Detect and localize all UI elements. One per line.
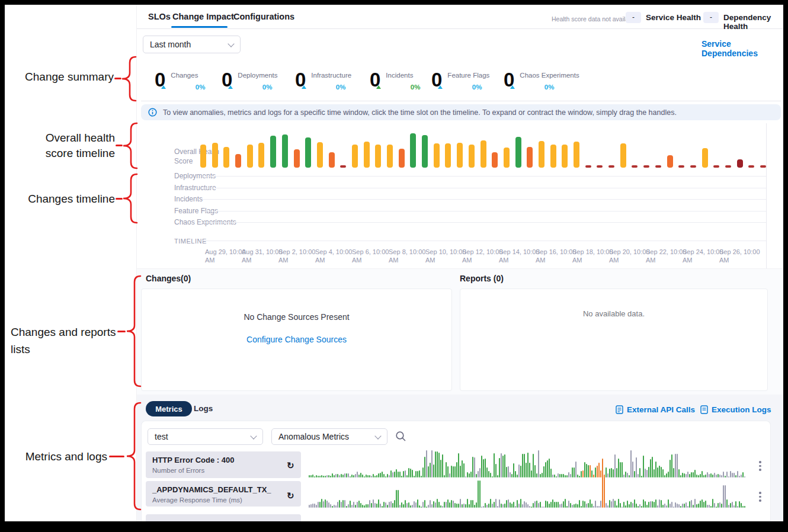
health-score-bar[interactable] bbox=[597, 165, 603, 168]
summary-label: Deployments bbox=[238, 72, 277, 79]
time-range-select[interactable]: Last month bbox=[143, 36, 241, 53]
metric-sparkline bbox=[309, 480, 747, 508]
annotation-metrics-logs: Metrics and logs bbox=[21, 449, 107, 464]
execution-logs-link[interactable]: Execution Logs bbox=[700, 405, 771, 414]
health-score-bar[interactable] bbox=[737, 159, 743, 168]
metric-service-select[interactable]: test bbox=[148, 428, 263, 445]
health-score-bar[interactable] bbox=[212, 143, 218, 168]
summary-label: Feature Flags bbox=[447, 72, 489, 79]
dependency-health-label: Dependency Health bbox=[723, 13, 783, 31]
health-score-bar[interactable] bbox=[340, 165, 346, 168]
health-score-bar[interactable] bbox=[317, 142, 323, 168]
health-score-bar[interactable] bbox=[294, 149, 300, 168]
health-score-bar[interactable] bbox=[469, 145, 475, 168]
health-score-bar[interactable] bbox=[445, 143, 451, 168]
tab-change-impact[interactable]: Change Impact bbox=[172, 12, 234, 21]
health-score-bar[interactable] bbox=[235, 154, 241, 168]
health-score-bar[interactable] bbox=[585, 165, 591, 168]
summary-stat: 0 Chaos Experiments 0% bbox=[504, 69, 579, 91]
summary-delta: 0% bbox=[196, 84, 206, 91]
external-api-calls-link[interactable]: External API Calls bbox=[616, 405, 695, 414]
summary-label: Chaos Experiments bbox=[520, 72, 579, 79]
health-score-bar[interactable] bbox=[457, 143, 463, 168]
timeline-row-line bbox=[202, 176, 766, 177]
kebab-menu-icon[interactable] bbox=[758, 460, 763, 472]
health-score-bar[interactable] bbox=[725, 165, 731, 168]
tab-slos[interactable]: SLOs bbox=[148, 12, 171, 21]
service-health-badge: - bbox=[626, 12, 641, 23]
configure-change-sources-link[interactable]: Configure Change Sources bbox=[142, 335, 451, 344]
health-score-bar[interactable] bbox=[481, 140, 486, 168]
health-score-bar[interactable] bbox=[387, 145, 393, 168]
timeline-label: TIMELINE bbox=[174, 236, 207, 246]
timeline-tick: Sep 26, 10:00AM bbox=[719, 248, 756, 264]
refresh-icon[interactable]: ↻ bbox=[287, 491, 294, 501]
timeline-tick: Aug 29, 10:00AM bbox=[205, 248, 242, 264]
tab-metrics[interactable]: Metrics bbox=[146, 401, 192, 416]
health-score-bar[interactable] bbox=[655, 165, 661, 168]
health-score-bar[interactable] bbox=[504, 148, 510, 168]
health-score-bar[interactable] bbox=[539, 141, 544, 168]
tab-configurations[interactable]: Configurations bbox=[233, 12, 294, 21]
page-header: SLOs Change Impact Configurations Health… bbox=[137, 5, 783, 29]
health-score-bar[interactable] bbox=[305, 137, 311, 168]
refresh-icon[interactable]: ↻ bbox=[287, 460, 294, 471]
health-score-bar[interactable] bbox=[434, 143, 440, 168]
health-score-bar[interactable] bbox=[492, 152, 498, 168]
health-score-bar[interactable] bbox=[410, 133, 416, 168]
annotation-brace bbox=[121, 122, 139, 169]
external-api-calls-label: External API Calls bbox=[627, 405, 695, 414]
health-score-bar[interactable] bbox=[364, 142, 370, 168]
health-score-bar[interactable] bbox=[643, 165, 649, 168]
search-icon[interactable] bbox=[395, 431, 406, 442]
health-score-bar[interactable] bbox=[632, 165, 638, 168]
summary-stat: 0 Feature Flags 0% bbox=[431, 69, 489, 91]
health-score-bar[interactable] bbox=[550, 145, 556, 168]
timeline-tick: Sep 24, 10:00AM bbox=[683, 248, 719, 264]
health-score-bar[interactable] bbox=[329, 152, 335, 168]
summary-stat: 0 Changes 0% bbox=[155, 69, 205, 91]
health-score-bar[interactable] bbox=[678, 165, 684, 168]
dependency-health-badge: - bbox=[703, 12, 719, 23]
metric-row-label[interactable]: HTTP Error Code : 400 Number of Errors bbox=[146, 451, 301, 478]
health-score-bar[interactable] bbox=[399, 149, 405, 168]
time-range-value: Last month bbox=[150, 40, 191, 49]
health-score-bar[interactable] bbox=[375, 145, 381, 168]
health-score-bar[interactable] bbox=[352, 145, 358, 168]
health-score-bar[interactable] bbox=[574, 142, 579, 168]
health-score-bar[interactable] bbox=[223, 147, 229, 168]
health-score-bar[interactable] bbox=[270, 136, 276, 168]
annotation-connector bbox=[109, 456, 124, 457]
metric-row-label[interactable]: _APPDYNAMICS_DEFAULT_TX_ Average Respons… bbox=[146, 481, 301, 507]
health-score-bar[interactable] bbox=[690, 165, 696, 168]
health-score-bar[interactable] bbox=[760, 165, 766, 168]
summary-stat: 0 Incidents 0% bbox=[370, 69, 420, 91]
kebab-menu-icon[interactable] bbox=[758, 491, 763, 503]
health-score-bar[interactable] bbox=[422, 135, 428, 168]
health-score-bar[interactable] bbox=[247, 145, 253, 168]
health-score-bar[interactable] bbox=[515, 137, 521, 168]
timeline-tick: Sep 16, 10:00AM bbox=[536, 248, 572, 264]
health-score-bar[interactable] bbox=[282, 134, 288, 168]
health-score-bar[interactable] bbox=[258, 143, 264, 168]
service-health-dashboard: SLOs Change Impact Configurations Health… bbox=[136, 5, 783, 521]
health-score-bar[interactable] bbox=[527, 147, 533, 168]
metric-row-partial[interactable] bbox=[146, 514, 301, 521]
health-score-bar[interactable] bbox=[748, 165, 754, 168]
timeline-row-line bbox=[202, 241, 766, 241]
log-document-icon bbox=[700, 405, 708, 414]
tab-logs[interactable]: Logs bbox=[194, 404, 213, 413]
annotation-brace bbox=[124, 275, 142, 387]
changes-panel: No Change Sources Present Configure Chan… bbox=[141, 289, 452, 391]
health-score-bar[interactable] bbox=[200, 145, 206, 168]
health-score-bar[interactable] bbox=[562, 145, 568, 168]
health-score-bar[interactable] bbox=[667, 155, 673, 168]
service-dependencies-link[interactable]: Service Dependencies bbox=[701, 39, 783, 58]
health-score-bar[interactable] bbox=[620, 143, 626, 168]
timeline-row-label: Incidents bbox=[174, 195, 203, 203]
health-score-bar[interactable] bbox=[608, 165, 614, 168]
reports-panel-title: Reports (0) bbox=[460, 274, 504, 283]
health-score-bar[interactable] bbox=[702, 148, 708, 168]
health-score-bar[interactable] bbox=[713, 165, 719, 168]
metric-type-select[interactable]: Anomalous Metrics bbox=[271, 428, 387, 445]
